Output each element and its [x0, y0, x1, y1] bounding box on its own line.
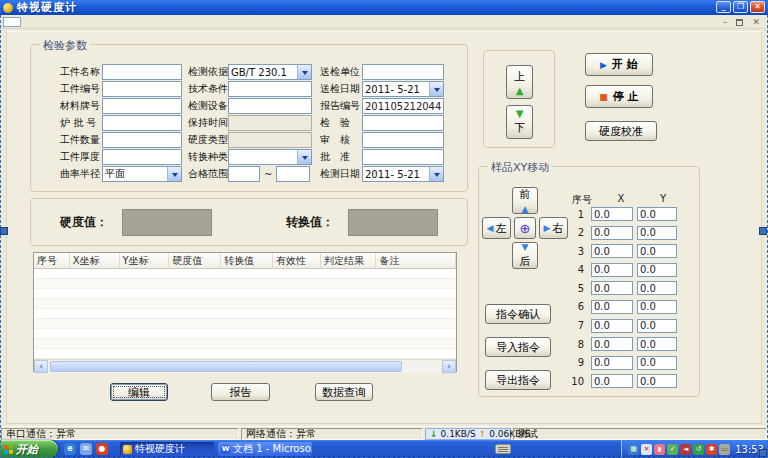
xy-y-input[interactable]: [637, 281, 677, 295]
scroll-right-button[interactable]: ›: [442, 360, 456, 373]
stop-button[interactable]: ■ 停 止: [585, 85, 653, 108]
results-column-header[interactable]: X坐标: [70, 253, 120, 268]
move-right-button[interactable]: ▶ 右: [539, 217, 568, 239]
media-player-icon[interactable]: ●: [96, 443, 108, 455]
scrollbar-thumb[interactable]: [50, 361, 402, 372]
submit-unit-input[interactable]: [362, 64, 444, 80]
xy-y-input[interactable]: [637, 319, 677, 333]
report-button[interactable]: 报告: [211, 383, 270, 401]
xy-x-input[interactable]: [591, 374, 633, 388]
restore-button[interactable]: ❐: [733, 1, 748, 13]
xy-y-input[interactable]: [637, 374, 677, 388]
child-close-button[interactable]: ✕: [752, 17, 760, 27]
test-standard-select[interactable]: GB/T 230.1: [228, 64, 312, 80]
command-export-button[interactable]: 导出指令: [485, 370, 551, 390]
xy-y-input[interactable]: [637, 300, 677, 314]
task-button-word-doc[interactable]: W 文档 1 - Microso...: [218, 442, 312, 456]
material-grade-input[interactable]: [102, 98, 182, 114]
test-device-input[interactable]: [228, 98, 312, 114]
reviewer-input[interactable]: [362, 132, 444, 148]
command-import-button[interactable]: 导入指令: [485, 337, 551, 357]
tech-condition-input[interactable]: [228, 81, 312, 97]
ie-icon[interactable]: e: [64, 443, 76, 455]
network-activity-icon[interactable]: ▦: [628, 444, 639, 455]
messenger-icon[interactable]: ◗: [654, 444, 665, 455]
data-query-button[interactable]: 数据查询: [315, 383, 373, 401]
selection-handle-bottom-right[interactable]: [759, 449, 767, 457]
start-label: 开始: [16, 442, 38, 457]
move-back-button[interactable]: ▼ 后: [512, 242, 538, 269]
mdi-child-icon[interactable]: [3, 17, 21, 27]
edit-button[interactable]: 编辑: [110, 383, 168, 401]
minimize-button[interactable]: _: [716, 1, 731, 13]
live-update-icon[interactable]: ↺: [693, 444, 704, 455]
report-number-input[interactable]: [362, 98, 444, 114]
xy-y-input[interactable]: [637, 244, 677, 258]
xy-x-input[interactable]: [591, 263, 633, 277]
security-center-icon[interactable]: ✓: [667, 444, 678, 455]
test-date-select[interactable]: 2011- 5-21: [362, 166, 444, 182]
xy-y-input[interactable]: [637, 356, 677, 370]
chevron-down-icon[interactable]: [429, 167, 443, 181]
antivirus-icon[interactable]: ✱: [706, 444, 717, 455]
volume-icon[interactable]: ◄: [680, 444, 691, 455]
furnace-batch-input[interactable]: [102, 115, 182, 131]
chevron-down-icon[interactable]: [167, 167, 181, 181]
selection-handle-right[interactable]: [759, 227, 767, 235]
results-column-header[interactable]: 转换值: [221, 253, 273, 268]
range-min-input[interactable]: [228, 166, 260, 182]
chevron-down-icon[interactable]: [297, 150, 311, 164]
field-label: 批 准: [320, 150, 362, 164]
xy-x-input[interactable]: [591, 244, 633, 258]
approver-input[interactable]: [362, 149, 444, 165]
move-center-button[interactable]: ⊕: [514, 217, 536, 239]
xy-y-input[interactable]: [637, 226, 677, 240]
z-down-button[interactable]: ▼ 下: [506, 105, 533, 139]
inspector-input[interactable]: [362, 115, 444, 131]
close-button[interactable]: ✕: [750, 1, 765, 13]
xy-x-input[interactable]: [591, 300, 633, 314]
results-column-header[interactable]: 硬度值: [169, 253, 221, 268]
xy-x-input[interactable]: [591, 281, 633, 295]
scroll-left-button[interactable]: ‹: [34, 360, 48, 373]
results-column-header[interactable]: 判定结果: [321, 253, 377, 268]
results-column-header[interactable]: 序号: [34, 253, 70, 268]
start-button[interactable]: ▶ 开 始: [585, 53, 653, 76]
xy-x-input[interactable]: [591, 207, 633, 221]
xy-y-input[interactable]: [637, 207, 677, 221]
results-column-header[interactable]: Y坐标: [120, 253, 170, 268]
network-error-icon[interactable]: ✕: [641, 444, 652, 455]
conversion-type-select[interactable]: [228, 149, 312, 165]
xy-y-input[interactable]: [637, 263, 677, 277]
workpiece-number-input[interactable]: [102, 81, 182, 97]
workpiece-thickness-input[interactable]: [102, 149, 182, 165]
toolbar-grip-icon[interactable]: [495, 444, 511, 454]
horizontal-scrollbar[interactable]: ‹ ›: [34, 359, 456, 373]
move-front-button[interactable]: 前 ▲: [512, 187, 538, 214]
selection-handle-left[interactable]: [0, 227, 8, 235]
results-column-header[interactable]: 备注: [376, 253, 456, 268]
results-column-header[interactable]: 有效性: [273, 253, 321, 268]
xy-x-input[interactable]: [591, 319, 633, 333]
workpiece-qty-input[interactable]: [102, 132, 182, 148]
curvature-radius-select[interactable]: 平面: [102, 166, 182, 182]
start-menu-button[interactable]: 开始: [0, 440, 58, 458]
xy-y-input[interactable]: [637, 337, 677, 351]
chevron-down-icon[interactable]: [429, 82, 443, 96]
command-confirm-button[interactable]: 指令确认: [485, 304, 551, 324]
child-restore-button[interactable]: [736, 19, 743, 26]
xy-x-input[interactable]: [591, 226, 633, 240]
calibrate-button[interactable]: 硬度校准: [585, 121, 657, 141]
outlook-icon[interactable]: ✉: [80, 443, 92, 455]
range-max-input[interactable]: [276, 166, 310, 182]
z-up-button[interactable]: 上 ▲: [506, 65, 533, 99]
submit-date-select[interactable]: 2011- 5-21: [362, 81, 444, 97]
child-minimize-button[interactable]: –: [723, 17, 728, 27]
move-left-button[interactable]: ◀ 左: [482, 217, 511, 239]
xy-x-input[interactable]: [591, 337, 633, 351]
task-button-hardness-app[interactable]: 特视硬度计: [120, 442, 214, 456]
workpiece-name-input[interactable]: [102, 64, 182, 80]
chevron-down-icon[interactable]: [297, 65, 311, 79]
xy-x-input[interactable]: [591, 356, 633, 370]
printer-icon[interactable]: ▭: [719, 444, 730, 455]
